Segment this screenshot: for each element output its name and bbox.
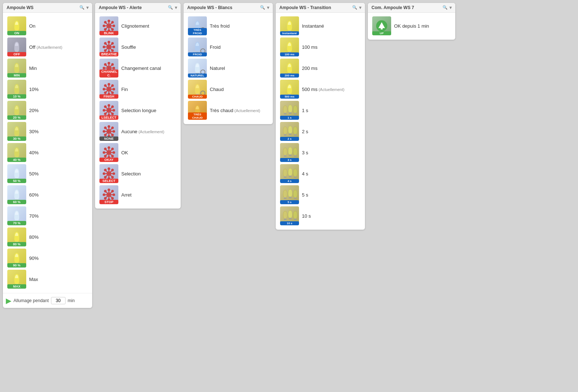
list-item[interactable]: InstantanéInstantané	[279, 16, 362, 36]
svg-point-85	[113, 88, 115, 90]
list-item[interactable]: CHANNEL C.Changement canal	[98, 58, 178, 78]
svg-point-95	[108, 104, 110, 106]
list-item[interactable]: 70 %70%	[6, 206, 89, 226]
search-icon[interactable]: 🔍	[79, 5, 84, 10]
badge-label: 30 %	[7, 136, 26, 141]
item-label: Froid	[210, 44, 221, 50]
list-item[interactable]: 60 %60%	[6, 185, 89, 205]
svg-rect-193	[294, 113, 296, 114]
list-item[interactable]: 500 ms500 ms (Actuellement)	[279, 79, 362, 99]
list-item[interactable]: 40 %40%	[6, 142, 89, 163]
chevron-down-icon[interactable]: ▾	[267, 5, 269, 10]
search-icon[interactable]: 🔍	[168, 5, 173, 10]
svg-point-126	[112, 148, 114, 150]
svg-rect-215	[289, 197, 291, 198]
svg-point-60	[105, 43, 106, 44]
svg-rect-194	[294, 114, 296, 114]
svg-rect-204	[289, 155, 291, 156]
list-item[interactable]: 100 ms100 ms	[279, 37, 362, 57]
list-item[interactable]: ONOn	[6, 16, 89, 36]
badge-label: 70 %	[7, 221, 26, 225]
list-item[interactable]: 3 s3 s	[279, 142, 362, 163]
list-item[interactable]: 50 %50%	[6, 163, 89, 184]
svg-point-50	[112, 29, 114, 31]
list-item[interactable]: 30 %30%	[6, 121, 89, 142]
svg-point-73	[105, 64, 106, 66]
chevron-down-icon[interactable]: ▾	[359, 5, 361, 10]
thumb-3: 10 %	[7, 80, 26, 99]
badge-label: 50 %	[7, 179, 26, 183]
duration-input[interactable]	[51, 297, 66, 304]
badge-label: FINISH	[99, 94, 118, 99]
list-item[interactable]: 10 %10%	[6, 79, 89, 99]
list-item[interactable]: TRÈS CHAUDTrès chaud (Actuellement)	[186, 100, 270, 120]
item-label: Arret	[121, 192, 131, 198]
badge-label: 1 s	[280, 116, 299, 120]
item-currently-label: (Actuellement)	[318, 87, 345, 92]
svg-rect-227	[381, 28, 382, 29]
svg-point-48	[112, 21, 114, 23]
list-item[interactable]: OFFOff (Actuellement)	[6, 37, 89, 57]
panel-header-icons-ampoule-ws-alerte: 🔍▾	[168, 5, 177, 10]
list-item[interactable]: SELECTSelection	[98, 163, 178, 184]
list-item[interactable]: 1 s1 s	[279, 100, 362, 120]
list-item[interactable]: 4 s4 s	[279, 163, 362, 184]
badge-label: BREATHE	[99, 52, 118, 56]
svg-point-46	[113, 25, 115, 27]
badge-label: MAX	[7, 284, 26, 289]
thumb-8: STOP	[99, 185, 118, 204]
panel-body-ampoule-ws-alerte: BLINKClignotement BREATHESouffle	[95, 13, 181, 209]
list-item[interactable]: 2 s2 s	[279, 121, 362, 142]
list-item[interactable]: 10 s10 s	[279, 206, 362, 226]
thumb-1: OFF	[7, 37, 26, 56]
svg-rect-196	[284, 135, 286, 135]
play-button[interactable]: ▶	[6, 296, 11, 305]
list-item[interactable]: 200 ms200 ms	[279, 58, 362, 78]
panel-body-ampoule-ws-transition: InstantanéInstantané 100 ms100 ms 200 ms…	[276, 13, 365, 230]
chevron-down-icon[interactable]: ▾	[175, 5, 177, 10]
item-label: Changement canal	[121, 66, 161, 71]
list-item[interactable]: 90 %90%	[6, 248, 89, 268]
list-item[interactable]: FROIDFroid	[186, 37, 270, 57]
chevron-down-icon[interactable]: ▾	[86, 5, 89, 10]
item-label: Selection	[121, 171, 141, 177]
list-item[interactable]: 5 s5 s	[279, 185, 362, 205]
svg-point-61	[112, 43, 114, 44]
badge-label: TRÈS CHAUD	[188, 112, 207, 120]
list-item[interactable]: LSELECTSelection longue	[98, 100, 178, 120]
svg-point-58	[103, 46, 105, 48]
list-item[interactable]: OKAYOK	[98, 142, 178, 163]
list-item[interactable]: NATURELNaturel	[186, 58, 270, 78]
search-icon[interactable]: 🔍	[352, 5, 357, 10]
list-item[interactable]: NONEAucune (Actuellement)	[98, 121, 178, 142]
search-icon[interactable]: 🔍	[260, 5, 265, 10]
item-label: 90%	[29, 256, 39, 261]
list-item[interactable]: CHAUDChaud	[186, 79, 270, 99]
list-item[interactable]: MAXMax	[6, 269, 89, 289]
list-item[interactable]: 20 %20%	[6, 100, 89, 120]
panel-title-ampoule-ws: Ampoule WS	[7, 5, 34, 10]
thumb-3: FINISH	[99, 80, 118, 99]
svg-rect-199	[294, 134, 296, 135]
item-label: 30%	[29, 129, 39, 134]
svg-rect-206	[294, 156, 296, 157]
svg-rect-219	[284, 218, 286, 219]
svg-point-89	[112, 92, 114, 94]
badge-label: 60 %	[7, 200, 26, 204]
thumb-6: 3 s	[280, 143, 299, 162]
list-item[interactable]: FINISHFin	[98, 79, 178, 99]
list-item[interactable]: STOPArret	[98, 185, 178, 205]
search-icon[interactable]: 🔍	[443, 5, 448, 10]
list-item[interactable]: TRÈS FROIDTrès froid	[186, 16, 270, 36]
list-item[interactable]: 80 %80%	[6, 227, 89, 247]
badge-label: 5 s	[280, 200, 299, 204]
thumb-5: 2 s	[280, 122, 299, 141]
panel-body-ampoule-ws: ONOn OFFOff (Actuellement) MINMin 10 %10…	[3, 13, 92, 293]
item-label: 500 ms (Actuellement)	[302, 87, 345, 92]
list-item[interactable]: UPOK depuis 1 min	[371, 16, 452, 36]
list-item[interactable]: MINMin	[6, 58, 89, 78]
list-item[interactable]: BLINKClignotement	[98, 16, 178, 36]
list-item[interactable]: BREATHESouffle	[98, 37, 178, 57]
chevron-down-icon[interactable]: ▾	[449, 5, 452, 10]
thumb-7: 4 s	[280, 164, 299, 183]
